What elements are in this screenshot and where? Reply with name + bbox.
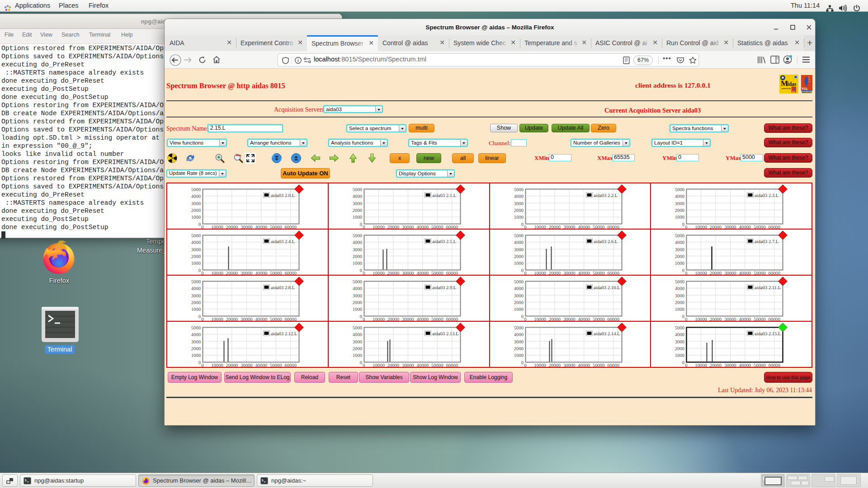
- svg-text:10000: 10000: [373, 363, 384, 368]
- svg-text:2000: 2000: [675, 208, 684, 213]
- svg-text:4000: 4000: [191, 332, 201, 337]
- svg-text:10000: 10000: [211, 225, 223, 230]
- svg-text:30000: 30000: [402, 363, 414, 368]
- svg-text:1000: 1000: [514, 307, 523, 312]
- svg-text:20000: 20000: [387, 317, 399, 322]
- svg-text:40000: 40000: [255, 225, 267, 230]
- svg-text:10000: 10000: [695, 225, 707, 230]
- svg-text:4000: 4000: [675, 240, 684, 245]
- svg-text:3000: 3000: [191, 201, 201, 206]
- svg-text:0: 0: [198, 314, 201, 319]
- svg-text:3000: 3000: [514, 293, 523, 298]
- svg-text:aida03 2.12.L: aida03 2.12.L: [271, 331, 297, 336]
- svg-text:10000: 10000: [695, 271, 707, 276]
- svg-text:2000: 2000: [353, 254, 362, 259]
- svg-text:30000: 30000: [402, 317, 414, 322]
- svg-text:30000: 30000: [563, 363, 575, 368]
- svg-text:aida03 2.6.L: aida03 2.6.L: [594, 239, 618, 244]
- svg-text:20000: 20000: [548, 363, 560, 368]
- svg-text:1000: 1000: [353, 215, 362, 220]
- svg-text:5000: 5000: [191, 325, 201, 330]
- svg-text:2000: 2000: [353, 300, 362, 305]
- svg-text:0: 0: [359, 222, 362, 227]
- svg-text:60000: 60000: [769, 317, 780, 322]
- svg-text:2000: 2000: [675, 254, 684, 259]
- svg-text:20000: 20000: [226, 317, 238, 322]
- svg-text:0: 0: [524, 225, 526, 230]
- svg-text:50000: 50000: [431, 271, 443, 276]
- svg-text:aida03 2.9.L: aida03 2.9.L: [432, 285, 456, 290]
- svg-text:50000: 50000: [592, 271, 604, 276]
- svg-text:3000: 3000: [191, 293, 201, 298]
- svg-text:5000: 5000: [353, 233, 362, 238]
- svg-text:10000: 10000: [373, 317, 384, 322]
- svg-text:4000: 4000: [191, 194, 201, 199]
- svg-text:2000: 2000: [514, 208, 523, 213]
- svg-text:40000: 40000: [739, 271, 751, 276]
- svg-text:3000: 3000: [514, 247, 523, 252]
- svg-text:4000: 4000: [514, 332, 523, 337]
- svg-text:0: 0: [521, 360, 523, 365]
- svg-text:3000: 3000: [191, 339, 201, 344]
- svg-text:60000: 60000: [446, 317, 458, 322]
- svg-text:50000: 50000: [754, 225, 765, 230]
- svg-text:1000: 1000: [514, 261, 523, 266]
- svg-text:0: 0: [201, 271, 203, 276]
- svg-text:0: 0: [685, 225, 688, 230]
- svg-text:0: 0: [685, 271, 688, 276]
- svg-text:aida03 2.4.L: aida03 2.4.L: [271, 239, 295, 244]
- svg-text:0: 0: [198, 222, 201, 227]
- svg-text:30000: 30000: [563, 317, 575, 322]
- svg-text:0: 0: [201, 317, 203, 322]
- svg-text:3000: 3000: [675, 201, 684, 206]
- svg-text:aida03 2.14.L: aida03 2.14.L: [594, 331, 620, 336]
- svg-text:5000: 5000: [514, 187, 523, 192]
- svg-text:20000: 20000: [710, 225, 722, 230]
- svg-text:3000: 3000: [514, 339, 523, 344]
- svg-text:aida03 2.10.L: aida03 2.10.L: [594, 285, 620, 290]
- svg-text:0: 0: [363, 225, 365, 230]
- svg-text:1000: 1000: [191, 215, 201, 220]
- svg-text:40000: 40000: [416, 271, 428, 276]
- svg-text:3000: 3000: [353, 339, 362, 344]
- svg-text:4000: 4000: [353, 286, 362, 291]
- svg-text:10000: 10000: [373, 225, 384, 230]
- svg-text:aida03 2.3.L: aida03 2.3.L: [755, 193, 778, 198]
- svg-text:30000: 30000: [402, 271, 414, 276]
- svg-text:5000: 5000: [675, 279, 684, 284]
- svg-text:0: 0: [201, 363, 203, 368]
- svg-text:aida03 2.1.L: aida03 2.1.L: [432, 193, 456, 198]
- svg-text:1000: 1000: [675, 353, 684, 358]
- svg-text:0: 0: [521, 314, 523, 319]
- svg-text:40000: 40000: [416, 225, 428, 230]
- svg-text:10000: 10000: [695, 317, 707, 322]
- svg-text:50000: 50000: [431, 317, 443, 322]
- svg-text:0: 0: [359, 268, 362, 273]
- svg-text:30000: 30000: [241, 271, 252, 276]
- svg-text:30000: 30000: [724, 317, 736, 322]
- svg-text:1000: 1000: [675, 215, 684, 220]
- svg-text:10000: 10000: [534, 271, 546, 276]
- svg-text:aida03 2.11.L: aida03 2.11.L: [755, 285, 781, 290]
- svg-text:0: 0: [201, 225, 203, 230]
- svg-text:20000: 20000: [226, 271, 238, 276]
- svg-text:40000: 40000: [578, 317, 590, 322]
- svg-text:20000: 20000: [387, 225, 399, 230]
- svg-text:5000: 5000: [191, 279, 201, 284]
- svg-text:2000: 2000: [514, 346, 523, 351]
- svg-text:4000: 4000: [675, 332, 684, 337]
- svg-text:aida03 2.7.L: aida03 2.7.L: [755, 239, 778, 244]
- svg-text:40000: 40000: [578, 225, 590, 230]
- svg-text:40000: 40000: [416, 317, 428, 322]
- svg-text:40000: 40000: [739, 225, 751, 230]
- svg-text:2000: 2000: [675, 346, 684, 351]
- svg-text:2000: 2000: [514, 254, 523, 259]
- svg-text:4000: 4000: [353, 332, 362, 337]
- svg-text:40000: 40000: [255, 363, 267, 368]
- svg-text:1000: 1000: [675, 307, 684, 312]
- svg-text:20000: 20000: [548, 317, 560, 322]
- svg-text:30000: 30000: [724, 225, 736, 230]
- svg-text:2000: 2000: [191, 300, 201, 305]
- svg-text:50000: 50000: [270, 271, 282, 276]
- svg-text:30000: 30000: [241, 363, 252, 368]
